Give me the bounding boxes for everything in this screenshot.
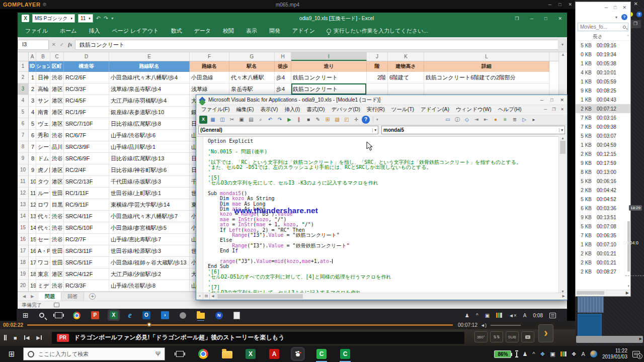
row-header[interactable]: 6 (18, 118, 29, 130)
breakpoint-icon[interactable]: ● (492, 116, 500, 124)
dropbox-icon[interactable]: ❖ (572, 351, 577, 357)
cell[interactable]: 渋谷 (50, 72, 64, 83)
cell[interactable]: 山手線/品川駅/歩1 (109, 141, 190, 153)
cell[interactable]: SRC/5/10F (64, 222, 109, 234)
view-excel-icon[interactable]: X (199, 116, 207, 124)
comment-block-icon[interactable]: ≡ (501, 116, 509, 124)
excel-icon[interactable]: X (110, 311, 118, 319)
toolbar-overflow-icon[interactable]: ▾ (376, 118, 378, 122)
header-cell[interactable]: 徒歩 (275, 61, 291, 72)
cell[interactable]: 浅草線 (190, 83, 229, 95)
cell[interactable]: RC/2/7F (64, 234, 109, 245)
split-box[interactable]: ≡ (197, 293, 203, 299)
cell[interactable]: 14 (29, 222, 36, 234)
vba-title-bar[interactable]: Microsoft Visual Basic for Applications … (196, 95, 567, 105)
file-row[interactable]: 5 KB 00:04:52 (576, 195, 630, 204)
row-header[interactable]: 18 (18, 257, 29, 268)
cell[interactable]: 虎ノ門 (36, 164, 50, 176)
cell[interactable]: 代々木 (36, 222, 50, 234)
cell[interactable]: SRC/3/11F (64, 245, 109, 257)
find-icon[interactable]: ⌕ (257, 116, 265, 124)
speaker-icon[interactable]: ◄) (480, 323, 487, 328)
code-horizontal-scrollbar[interactable]: ≡ ▤ ◀ ▶ (197, 293, 567, 299)
app-ball-icon[interactable] (590, 350, 597, 357)
cell[interactable]: 港区 (50, 95, 64, 107)
editor-horizontal-scrollbar[interactable] (576, 336, 643, 343)
procedure-dropdown[interactable]: mondai5▾ (381, 126, 565, 134)
close-icon[interactable]: ✕ (568, 2, 572, 7)
previous-button[interactable]: ◀ (24, 335, 30, 340)
task-view-icon[interactable] (173, 347, 186, 360)
cell[interactable]: 6 (29, 130, 36, 141)
cell[interactable]: RC/2/4F (64, 164, 109, 176)
scrollbar-thumb[interactable] (560, 141, 566, 154)
ribbon-tab[interactable]: 数式 (165, 26, 187, 36)
qat-customize-icon[interactable]: ▾ (111, 16, 113, 21)
break-icon[interactable]: ∥ (295, 116, 303, 124)
close-icon[interactable]: ✕ (560, 107, 564, 112)
excel-icon[interactable]: X (244, 347, 257, 360)
cut-icon[interactable]: ✂ (228, 116, 236, 124)
ie-icon[interactable]: e (128, 311, 132, 320)
menu-item[interactable]: ウィンドウ(W) (456, 106, 492, 113)
scrollbar-thumb[interactable] (217, 294, 303, 299)
file-row[interactable]: 6 KB 00:03:36 (576, 204, 630, 213)
cell[interactable]: 8 (29, 153, 36, 164)
menu-item[interactable]: デバッグ(D) (332, 106, 361, 113)
cell[interactable]: RC/1/9F (64, 107, 109, 118)
enter-icon[interactable]: ✓ (60, 42, 64, 47)
header-cell[interactable]: ID (29, 61, 36, 72)
close-icon[interactable]: ✕ (560, 98, 564, 103)
app-tray-icon[interactable]: ❖ (540, 351, 545, 357)
maximize-icon[interactable]: □ (614, 5, 616, 10)
undo-icon[interactable]: ↶ (96, 15, 101, 22)
cell[interactable]: 大江戸線/赤羽橋駅/歩4 (109, 95, 190, 107)
cell[interactable]: ヴェル (36, 118, 50, 130)
file-row[interactable]: 5 KB 00:09:16 (576, 41, 630, 50)
file-row[interactable]: 5 KB 00:03:07 (576, 131, 630, 140)
cell[interactable]: 日比谷線/広尾駅/歩8 (109, 118, 190, 130)
taskbar-clock[interactable]: 11:222019/01/03 (602, 348, 627, 360)
cell[interactable]: 日比谷線/広尾駅/歩13 (109, 153, 190, 164)
menu-item[interactable]: 書式(O) (306, 106, 325, 113)
cell[interactable]: 7 (29, 141, 36, 153)
explorer-search-box[interactable]: Movies_fo... (578, 23, 628, 31)
menu-item[interactable]: ツール(T) (391, 106, 414, 113)
cancel-icon[interactable]: ✕ (51, 42, 55, 47)
cell[interactable]: SRC/3/9F (64, 141, 109, 153)
row-header[interactable]: 3 (18, 83, 29, 95)
cell[interactable]: 12 (29, 199, 36, 211)
ribbon-tab[interactable]: 挿入 (84, 26, 106, 36)
minimize-icon[interactable]: ─ (548, 2, 551, 7)
network-icon[interactable] (560, 351, 567, 356)
cell[interactable]: ミディ (36, 280, 50, 292)
macro-record-icon[interactable] (54, 303, 59, 307)
scrollbar-thumb[interactable] (577, 291, 604, 295)
notification-icon[interactable]: 1 (632, 351, 640, 357)
maximize-icon[interactable]: □ (550, 98, 553, 103)
subtitle-button[interactable]: SUB (506, 331, 519, 342)
cell[interactable]: 鉄筋コンクリート6階建ての2階部分 (424, 72, 549, 83)
cell[interactable]: RC/3/3F (64, 83, 109, 95)
cell[interactable]: SRC/6/9F (64, 153, 109, 164)
code-line[interactable]: 'セルD2-D51のすべての文字列に対して、[4]と同様の処理を行うマクロを作れ (208, 275, 558, 280)
sheet-tab[interactable]: 回答 (61, 292, 84, 301)
file-row[interactable]: 4 KB 00:10:01 (576, 68, 630, 77)
cell[interactable]: 銀座線/表参道駅/歩10 (109, 107, 190, 118)
menu-item[interactable]: 挿入(I) (284, 106, 300, 113)
cell[interactable]: 山手線/恵比寿駅/歩7 (109, 234, 190, 245)
app-icon[interactable] (180, 312, 186, 319)
action-center-icon[interactable] (549, 313, 556, 318)
playlist-expand-button[interactable]: › (538, 324, 553, 342)
cell[interactable]: 山手線/渋谷駅/歩6 (109, 130, 190, 141)
cell[interactable]: 世田谷線/上町駅/歩1 (109, 188, 190, 199)
ribbon-display-icon[interactable]: ❐ (515, 16, 519, 21)
cell[interactable]: 2 (29, 83, 36, 95)
formula-input[interactable]: 鉄筋コンクリート (75, 40, 558, 50)
cell[interactable]: 代々木八幡駅 (229, 72, 275, 83)
column-header[interactable]: L (424, 52, 549, 61)
cell[interactable]: 日比谷線/神谷町駅/歩6 (109, 164, 190, 176)
font-name-select[interactable]: MS Pゴシック▾ (32, 14, 75, 23)
cell[interactable]: 小田急線/祖師ヶ谷大蔵駅/歩13 (109, 257, 190, 268)
ribbon-tab[interactable]: ファイル (20, 26, 53, 36)
